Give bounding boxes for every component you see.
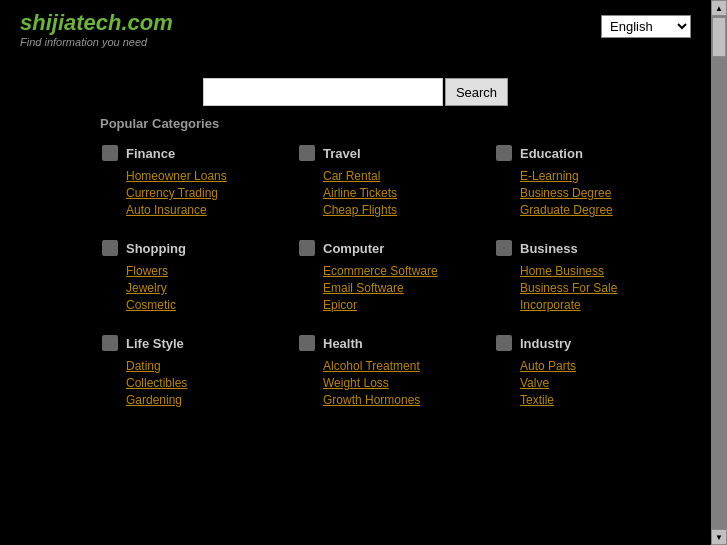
link-auto-insurance[interactable]: Auto Insurance	[126, 203, 287, 217]
category-links-shopping: FlowersJewelryCosmetic	[100, 264, 287, 312]
category-name-shopping: Shopping	[126, 241, 186, 256]
link-valve[interactable]: Valve	[520, 376, 681, 390]
link-flowers[interactable]: Flowers	[126, 264, 287, 278]
logo-area: shijiatech.com Find information you need	[20, 10, 173, 48]
category-block-travel: TravelCar RentalAirline TicketsCheap Fli…	[297, 143, 494, 220]
category-header-computer: Computer	[297, 238, 484, 258]
category-name-lifestyle: Life Style	[126, 336, 184, 351]
svg-rect-7	[299, 335, 315, 351]
link-dating[interactable]: Dating	[126, 359, 287, 373]
category-block-business: BusinessHome BusinessBusiness For SaleIn…	[494, 238, 691, 315]
header: shijiatech.com Find information you need…	[0, 0, 711, 58]
category-name-business: Business	[520, 241, 578, 256]
category-block-shopping: ShoppingFlowersJewelryCosmetic	[100, 238, 297, 315]
search-input[interactable]	[203, 78, 443, 106]
svg-rect-1	[299, 145, 315, 161]
health-icon	[297, 333, 317, 353]
search-area: Search	[0, 78, 711, 106]
category-name-travel: Travel	[323, 146, 361, 161]
svg-rect-0	[102, 145, 118, 161]
business-icon	[494, 238, 514, 258]
category-block-education: EducationE-LearningBusiness DegreeGradua…	[494, 143, 691, 220]
link-textile[interactable]: Textile	[520, 393, 681, 407]
svg-rect-5	[496, 240, 512, 256]
travel-icon	[297, 143, 317, 163]
category-name-computer: Computer	[323, 241, 384, 256]
link-airline-tickets[interactable]: Airline Tickets	[323, 186, 484, 200]
categories-section: Popular Categories FinanceHomeowner Loan…	[100, 116, 691, 428]
category-block-computer: ComputerEcommerce SoftwareEmail Software…	[297, 238, 494, 315]
link-e-learning[interactable]: E-Learning	[520, 169, 681, 183]
industry-icon	[494, 333, 514, 353]
svg-rect-8	[496, 335, 512, 351]
category-name-education: Education	[520, 146, 583, 161]
category-links-industry: Auto PartsValveTextile	[494, 359, 681, 407]
link-auto-parts[interactable]: Auto Parts	[520, 359, 681, 373]
category-name-health: Health	[323, 336, 363, 351]
link-graduate-degree[interactable]: Graduate Degree	[520, 203, 681, 217]
category-links-business: Home BusinessBusiness For SaleIncorporat…	[494, 264, 681, 312]
computer-icon	[297, 238, 317, 258]
category-block-finance: FinanceHomeowner LoansCurrency TradingAu…	[100, 143, 297, 220]
language-select[interactable]: English Chinese Spanish French	[601, 15, 691, 38]
link-gardening[interactable]: Gardening	[126, 393, 287, 407]
category-header-business: Business	[494, 238, 681, 258]
svg-rect-2	[496, 145, 512, 161]
category-name-industry: Industry	[520, 336, 571, 351]
category-block-lifestyle: Life StyleDatingCollectiblesGardening	[100, 333, 297, 410]
logo-subtitle: Find information you need	[20, 36, 173, 48]
category-header-lifestyle: Life Style	[100, 333, 287, 353]
scrollbar-track	[711, 16, 727, 529]
svg-rect-4	[299, 240, 315, 256]
category-header-travel: Travel	[297, 143, 484, 163]
svg-rect-3	[102, 240, 118, 256]
category-block-industry: IndustryAuto PartsValveTextile	[494, 333, 691, 410]
link-homeowner-loans[interactable]: Homeowner Loans	[126, 169, 287, 183]
link-incorporate[interactable]: Incorporate	[520, 298, 681, 312]
language-selector-wrapper: English Chinese Spanish French	[601, 15, 691, 38]
popular-categories-label: Popular Categories	[100, 116, 691, 131]
link-business-degree[interactable]: Business Degree	[520, 186, 681, 200]
search-button[interactable]: Search	[445, 78, 508, 106]
link-email-software[interactable]: Email Software	[323, 281, 484, 295]
link-alcohol-treatment[interactable]: Alcohol Treatment	[323, 359, 484, 373]
link-home-business[interactable]: Home Business	[520, 264, 681, 278]
link-ecommerce-software[interactable]: Ecommerce Software	[323, 264, 484, 278]
category-links-education: E-LearningBusiness DegreeGraduate Degree	[494, 169, 681, 217]
link-cosmetic[interactable]: Cosmetic	[126, 298, 287, 312]
link-weight-loss[interactable]: Weight Loss	[323, 376, 484, 390]
categories-grid: FinanceHomeowner LoansCurrency TradingAu…	[100, 143, 691, 428]
category-block-health: HealthAlcohol TreatmentWeight LossGrowth…	[297, 333, 494, 410]
category-links-health: Alcohol TreatmentWeight LossGrowth Hormo…	[297, 359, 484, 407]
category-links-finance: Homeowner LoansCurrency TradingAuto Insu…	[100, 169, 287, 217]
finance-icon	[100, 143, 120, 163]
link-growth-hormones[interactable]: Growth Hormones	[323, 393, 484, 407]
lifestyle-icon	[100, 333, 120, 353]
link-cheap-flights[interactable]: Cheap Flights	[323, 203, 484, 217]
category-links-travel: Car RentalAirline TicketsCheap Flights	[297, 169, 484, 217]
svg-rect-6	[102, 335, 118, 351]
link-car-rental[interactable]: Car Rental	[323, 169, 484, 183]
category-header-finance: Finance	[100, 143, 287, 163]
scroll-down-button[interactable]: ▼	[711, 529, 727, 545]
logo-title: shijiatech.com	[20, 10, 173, 36]
category-header-industry: Industry	[494, 333, 681, 353]
shopping-icon	[100, 238, 120, 258]
category-name-finance: Finance	[126, 146, 175, 161]
scroll-up-button[interactable]: ▲	[711, 0, 727, 16]
link-epicor[interactable]: Epicor	[323, 298, 484, 312]
category-links-computer: Ecommerce SoftwareEmail SoftwareEpicor	[297, 264, 484, 312]
link-jewelry[interactable]: Jewelry	[126, 281, 287, 295]
link-currency-trading[interactable]: Currency Trading	[126, 186, 287, 200]
education-icon	[494, 143, 514, 163]
scrollbar[interactable]: ▲ ▼	[711, 0, 727, 545]
category-links-lifestyle: DatingCollectiblesGardening	[100, 359, 287, 407]
link-business-for-sale[interactable]: Business For Sale	[520, 281, 681, 295]
category-header-education: Education	[494, 143, 681, 163]
scrollbar-thumb[interactable]	[712, 17, 726, 57]
link-collectibles[interactable]: Collectibles	[126, 376, 287, 390]
category-header-shopping: Shopping	[100, 238, 287, 258]
category-header-health: Health	[297, 333, 484, 353]
